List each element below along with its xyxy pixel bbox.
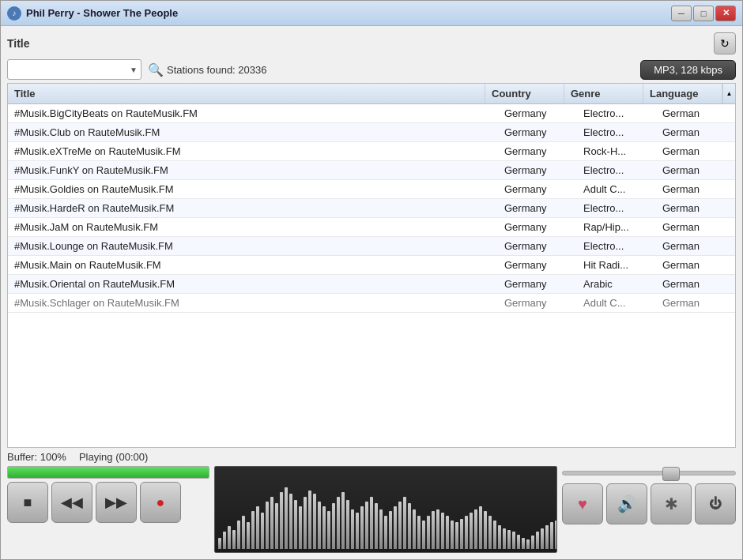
visualizer-bar	[503, 528, 506, 549]
visualizer-bar	[251, 511, 255, 549]
format-badge: MP3, 128 kbps	[640, 60, 736, 80]
left-controls: ■ ◀◀ ▶▶ ●	[7, 466, 209, 553]
table-cell: Germany	[498, 180, 577, 198]
table-cell: Electro...	[577, 237, 656, 255]
record-icon: ●	[157, 494, 165, 511]
table-row[interactable]: #Musik.Goldies on RauteMusik.FMGermanyAd…	[8, 180, 735, 199]
table-row[interactable]: #Musik.JaM on RauteMusik.FMGermanyRap/Hi…	[8, 218, 735, 237]
table-row[interactable]: #Musik.Schlager on RauteMusik.FMGermanyA…	[8, 294, 735, 313]
visualizer-bar	[332, 503, 335, 549]
visualizer	[214, 466, 557, 553]
main-content: Title ↻ ▼ 🔍 Stations found: 20336 MP3, 1…	[1, 26, 742, 559]
visualizer-bar	[304, 497, 307, 549]
table-row[interactable]: #Musik.Main on RauteMusik.FMGermanyHit R…	[8, 256, 735, 275]
search-icon: 🔍	[148, 62, 164, 77]
window-controls: ─ □ ✕	[671, 6, 736, 21]
visualizer-bar	[460, 519, 463, 549]
column-header-genre: Genre	[564, 84, 643, 103]
visualizer-bar	[413, 509, 416, 549]
table-cell: German	[656, 218, 735, 236]
transport-buttons: ■ ◀◀ ▶▶ ●	[7, 482, 209, 523]
table-cell: German	[656, 275, 735, 293]
stop-button[interactable]: ■	[7, 482, 48, 523]
table-cell: German	[656, 294, 735, 312]
visualizer-bar	[379, 509, 383, 549]
table-cell: Electro...	[577, 161, 656, 179]
minimize-button[interactable]: ─	[671, 6, 692, 21]
visualizer-bar	[403, 497, 406, 549]
action-buttons: ♥ 🔊 ✱ ⏻	[562, 483, 736, 524]
visualizer-bar	[474, 509, 477, 549]
visualizer-bar	[484, 511, 487, 549]
settings-button[interactable]: ✱	[651, 483, 692, 524]
table-row[interactable]: #Musik.eXTreMe on RauteMusik.FMGermanyRo…	[8, 142, 735, 161]
visualizer-bar	[422, 521, 425, 549]
scroll-up-button[interactable]: ▲	[722, 84, 735, 103]
title-label: Title	[7, 37, 30, 50]
table-cell: #Musik.Main on RauteMusik.FM	[8, 256, 498, 274]
progress-fill	[8, 467, 209, 478]
table-row[interactable]: #Musik.HardeR on RauteMusik.FMGermanyEle…	[8, 199, 735, 218]
table-row[interactable]: #Musik.Oriental on RauteMusik.FMGermanyA…	[8, 275, 735, 294]
visualizer-bar	[308, 490, 311, 549]
table-cell: Germany	[498, 275, 577, 293]
app-icon: ♪	[7, 6, 21, 21]
stop-icon: ■	[24, 494, 32, 511]
visualizer-bar	[360, 506, 364, 549]
table-cell: German	[656, 161, 735, 179]
maximize-button[interactable]: □	[693, 6, 714, 21]
table-body[interactable]: #Musik.BigCityBeats on RauteMusik.FMGerm…	[8, 104, 735, 447]
prev-button[interactable]: ◀◀	[51, 482, 92, 523]
next-button[interactable]: ▶▶	[96, 482, 137, 523]
volume-button[interactable]: 🔊	[606, 483, 647, 524]
visualizer-bar	[218, 538, 221, 549]
search-bar: ▼ 🔍 Stations found: 20336 MP3, 128 kbps	[7, 59, 736, 80]
column-header-country: Country	[485, 84, 564, 103]
status-bar: Buffer: 100% Playing (00:00)	[7, 448, 736, 466]
window-title: Phil Perry - Shower The People	[26, 7, 671, 19]
visualizer-bar	[427, 516, 430, 549]
playing-status: Playing (00:00)	[79, 451, 148, 463]
visualizer-bar	[256, 506, 259, 549]
visualizer-bar	[479, 506, 482, 549]
table-cell: Germany	[498, 123, 577, 141]
table-cell: Adult C...	[577, 180, 656, 198]
visualizer-bar	[275, 503, 278, 549]
visualizer-bar	[270, 497, 273, 549]
visualizer-bar	[488, 516, 492, 549]
power-button[interactable]: ⏻	[695, 483, 736, 524]
visualizer-bar	[436, 509, 439, 549]
settings-icon: ✱	[665, 494, 678, 513]
table-row[interactable]: #Musik.Club on RauteMusik.FMGermanyElect…	[8, 123, 735, 142]
table-row[interactable]: #Musik.BigCityBeats on RauteMusik.FMGerm…	[8, 104, 735, 123]
titlebar: ♪ Phil Perry - Shower The People ─ □ ✕	[1, 1, 742, 26]
visualizer-bar	[346, 500, 349, 549]
record-button[interactable]: ●	[140, 482, 181, 523]
favorite-button[interactable]: ♥	[562, 483, 603, 524]
volume-thumb[interactable]	[662, 467, 680, 481]
table-cell: #Musik.Oriental on RauteMusik.FM	[8, 275, 498, 293]
visualizer-bar	[285, 487, 288, 549]
table-cell: Arabic	[577, 275, 656, 293]
close-button[interactable]: ✕	[715, 6, 736, 21]
table-cell: Rock-H...	[577, 142, 656, 160]
table-row[interactable]: #Musik.FunkY on RauteMusik.FMGermanyElec…	[8, 161, 735, 180]
visualizer-bar	[455, 522, 458, 549]
table-cell: Hit Radi...	[577, 256, 656, 274]
search-dropdown[interactable]: ▼	[7, 59, 141, 80]
table-cell: Germany	[498, 294, 577, 312]
refresh-icon: ↻	[720, 37, 730, 50]
visualizer-bar	[341, 492, 345, 549]
volume-slider[interactable]	[562, 466, 736, 480]
table-cell: #Musik.Goldies on RauteMusik.FM	[8, 180, 498, 198]
search-select[interactable]	[11, 60, 138, 79]
visualizer-bar	[408, 503, 411, 549]
visualizer-bar	[389, 511, 392, 549]
table-cell: German	[656, 180, 735, 198]
refresh-button[interactable]: ↻	[714, 32, 736, 54]
stations-found-label: Stations found: 20336	[167, 64, 267, 76]
visualizer-bar	[318, 502, 321, 549]
visualizer-bar	[526, 539, 530, 549]
table-row[interactable]: #Musik.Lounge on RauteMusik.FMGermanyEle…	[8, 237, 735, 256]
visualizer-bar	[417, 516, 421, 549]
